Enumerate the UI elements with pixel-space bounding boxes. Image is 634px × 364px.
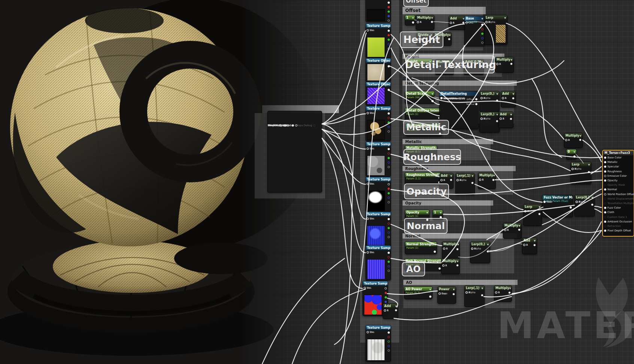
comment-bubble-label: Metallic (403, 120, 449, 135)
comment-bubble-label: Detail Texturing (406, 55, 495, 73)
comment-bubble-label: Height (400, 31, 443, 48)
comment-bubble-label: Offset (403, 0, 429, 7)
comment-bubble-label: Opacity (404, 183, 449, 199)
comment-bubble-label: AO (402, 262, 425, 276)
material-editor-screenshot: MATERIA OffsetHeightDetail TexturingMeta… (0, 0, 634, 364)
comment-bubble-label: Roughness (403, 149, 461, 165)
comment-bubble-label: Normal (404, 218, 448, 234)
